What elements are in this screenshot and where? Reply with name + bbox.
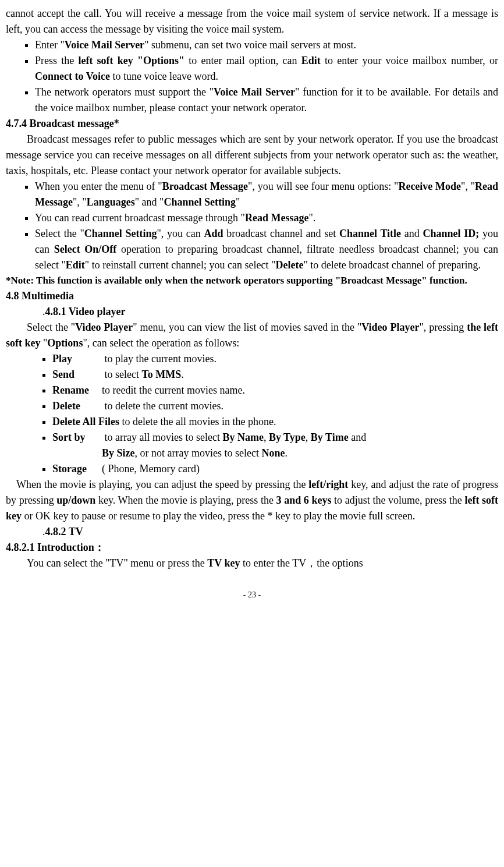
bold-text: By Time [311,431,349,443]
option-desc: to delete the all movies in the phone. [119,416,276,427]
text: You can read current broadcast message t… [35,212,245,224]
intro-paragraph: cannot accept the call. You will receive… [6,6,498,37]
bold-text: Add [204,228,223,239]
list-item: Storage( Phone, Memory card) [52,461,498,477]
video-paragraph: Select the "Video Player" menu, you can … [6,320,498,351]
text: ", can select the operation as follows: [83,337,239,349]
text: broadcast channel and set [223,228,340,239]
text: , [306,431,311,443]
bold-text: None [261,447,285,459]
text: You can select the "TV" menu or press th… [27,557,207,569]
option-label: Delete [52,398,102,414]
list-item: Renameto reedit the current movies name. [52,383,498,398]
heading-474: 4.7.4 Broadcast message* [6,116,498,132]
bold-text: Options [47,337,83,349]
text: to enter the TV，the options [240,557,363,569]
list-item: Sort by to array all movies to select By… [52,430,498,461]
bold-text: Select On/Off [54,243,117,255]
heading-48: 4.8 Multimedia [6,288,498,304]
list-item: The network operators must support the "… [35,84,498,116]
text: Press the [35,55,78,66]
bold-text: Voice Mail Server [65,39,144,51]
page-number: - 23 - [6,589,498,601]
text: or OK key to pause or resume to play the… [22,510,415,522]
text: " and " [135,196,164,208]
text: and [401,228,423,239]
option-label: Play [52,351,102,367]
heading-482: 4.8.2 TV [6,524,498,540]
option-desc: to play the current movies. [102,353,216,365]
option-label: Rename [52,383,102,398]
option-desc: to delete the current movies. [102,400,223,412]
bold-text: left soft key "Options" [78,55,184,66]
text: . [181,369,184,380]
text: The network operators must support the " [35,86,214,98]
bold-text: Edit [66,259,85,271]
text: to enter mail option, can [184,55,301,66]
list-item: Press the left soft key "Options" to ent… [35,53,498,84]
bold-text: Broadcast Message [162,181,248,192]
bold-text: Connect to Voice [35,70,110,82]
text: ", you can [157,228,204,239]
text: Select the " [27,321,75,333]
text: " to delete broadcast channel of prepari… [303,259,481,271]
option-desc: to reedit the current movies name. [102,384,245,396]
text: ", pressing [419,321,467,333]
text: key. When the movie is playing, press th… [95,494,276,506]
bold-text: By Name [222,431,264,443]
list-item: Select the "Channel Setting", you can Ad… [35,226,498,273]
heading-4821: 4.8.2.1 Introduction： [6,540,498,555]
text: , or not array movies to select [135,447,262,459]
list-item: Play to play the current movies. [52,351,498,367]
bold-text: Delete [275,259,303,271]
text: " menu, you can view the list of movies … [133,321,361,333]
bold-text: To MMS [141,369,181,380]
bold-text: Channel Title [339,228,401,239]
bold-text: Channel Setting [164,196,236,208]
option-label: Delete All Files [52,416,119,427]
text: When the movie is playing, you can adjus… [16,479,308,490]
text: " [41,337,48,349]
bold-text: TV key [207,557,240,569]
broadcast-paragraph: Broadcast messages refer to public messa… [6,132,498,179]
list-item: Send to select To MMS. [52,367,498,383]
bold-text: Video Player [75,321,133,333]
option-desc: ( Phone, Memory card) [102,463,200,475]
bold-text: Channel Setting [84,228,157,239]
heading-481: 4.8.1 Video player [6,304,498,320]
list-item: Enter "Voice Mail Server" submenu, can s… [35,37,498,53]
text: and [349,431,367,443]
text: ", " [461,181,475,192]
bold-text: Video Player [361,321,419,333]
text: to enter your voice mailbox number, or [321,55,498,66]
bold-text: up/down [56,494,95,506]
broadcast-list: When you enter the menu of "Broadcast Me… [6,179,498,273]
text: ", you will see four menu options: " [248,181,398,192]
text: to array all movies to select [102,431,222,443]
options-list: Play to play the current movies. Send to… [6,351,498,477]
video-paragraph-2: When the movie is playing, you can adjus… [6,477,498,524]
text: . [285,447,288,459]
list-item: Delete to delete the current movies. [52,398,498,414]
text: to adjust the volume, press the [331,494,464,506]
text: " to reinstall current channel; you can … [85,259,276,271]
text: ", " [73,196,87,208]
text: to select [102,369,141,380]
bold-text: Languages [87,196,135,208]
note-text: *Note: This function is available only w… [6,273,498,288]
option-label: Storage [52,461,102,477]
bold-text: left/right [308,479,348,490]
bold-text: Receive Mode [398,181,461,192]
text: When you enter the menu of " [35,181,162,192]
bold-text: Channel ID; [423,228,480,239]
tv-paragraph: You can select the "TV" menu or press th… [6,555,498,571]
bold-text: Read Message [245,212,308,224]
text: Enter " [35,39,65,51]
bold-text: Edit [301,55,321,66]
text: to tune voice leave word. [110,70,218,82]
option-label: Send [52,367,102,383]
voicemail-list: Enter "Voice Mail Server" submenu, can s… [6,37,498,116]
bold-text: By Size [102,447,135,459]
bold-text: By Type [269,431,306,443]
bold-text: Voice Mail Server [214,86,295,98]
